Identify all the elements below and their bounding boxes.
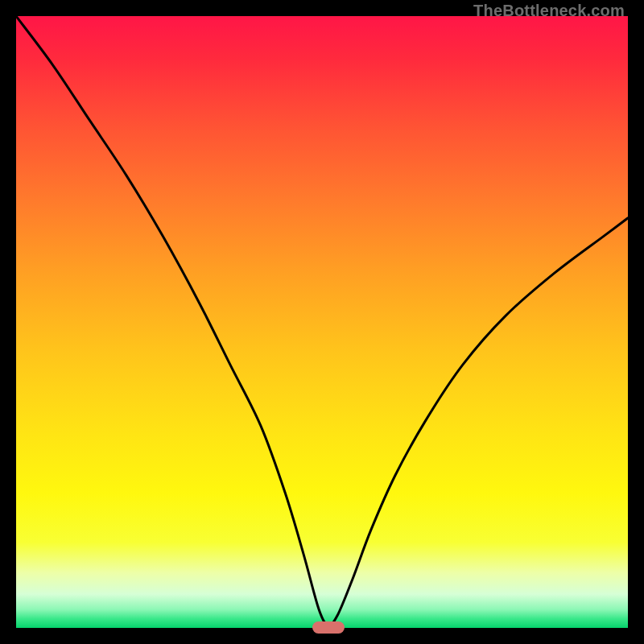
chart-frame: TheBottleneck.com <box>0 0 644 644</box>
plot-area <box>16 16 628 628</box>
bottleneck-curve <box>16 16 628 628</box>
optimal-marker <box>312 621 345 634</box>
watermark-text: TheBottleneck.com <box>473 2 625 20</box>
